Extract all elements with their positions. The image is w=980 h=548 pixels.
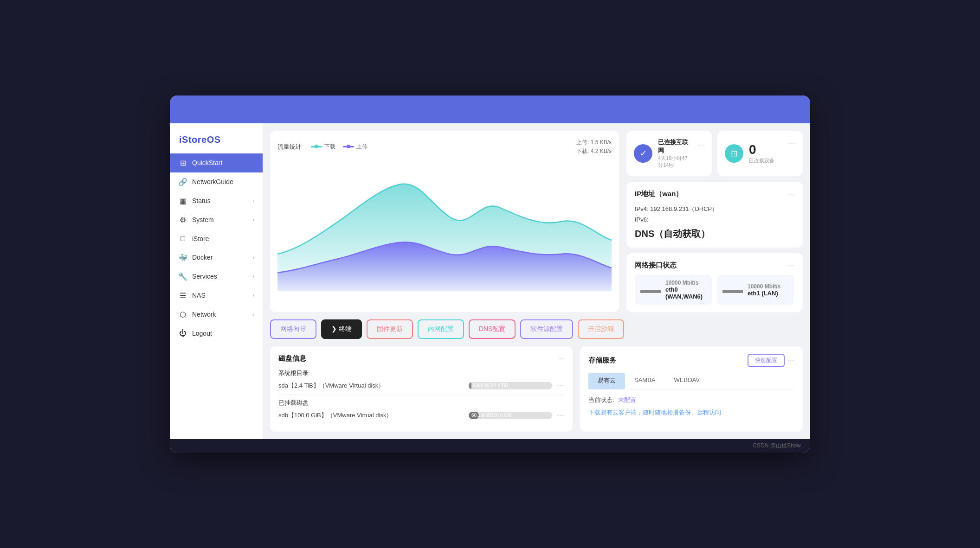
- disk-sda-fill: 259.8 MiB/2.4 TiB: [469, 382, 471, 389]
- disk-divider: [278, 395, 564, 395]
- sidebar-logo: iStoreOS: [170, 128, 263, 153]
- chart-stats: 上传: 1.5 KB/s 下载: 4.2 KB/s: [576, 138, 612, 156]
- sidebar-icon-nas: ☰: [178, 291, 187, 300]
- storage-desc: 下载易有云客户端，随时随地相册备份、远程访问: [588, 408, 794, 418]
- sidebar-label-system: System: [192, 216, 214, 223]
- disk-sdb-more[interactable]: ⋯: [557, 411, 564, 420]
- terminal-button[interactable]: ❯ 终端: [321, 319, 362, 339]
- chevron-icon: ›: [252, 274, 254, 279]
- sidebar-item-nas[interactable]: ☰ NAS ›: [170, 286, 263, 305]
- sidebar-label-quickstart: QuickStart: [192, 159, 222, 166]
- devices-more[interactable]: ···: [788, 138, 795, 148]
- connected-text: 已连接互联网 4天19小时47分14秒: [658, 138, 692, 169]
- firmware-button[interactable]: 固件更新: [367, 319, 413, 339]
- ip-info-header: IP地址（wan） ···: [635, 189, 794, 199]
- lan-config-button[interactable]: 内网配置: [418, 319, 464, 339]
- sidebar-item-logout[interactable]: ⏻ Logout: [170, 324, 263, 343]
- eth0-icon: ▬▬: [640, 284, 661, 296]
- sidebar-icon-logout: ⏻: [178, 329, 187, 338]
- chart-card: 流量统计 下载: [270, 131, 619, 312]
- source-config-button[interactable]: 软件源配置: [520, 319, 573, 339]
- devices-card: ⊡ 0 已连接设备 ···: [717, 131, 803, 176]
- sidebar-icon-system: ⚙: [178, 216, 187, 224]
- storage-header: 存储服务 快速配置 ···: [588, 354, 794, 367]
- sidebar-item-network[interactable]: ⬡ Network ›: [170, 305, 263, 324]
- eth1-card: ▬▬ 10000 Mbit/s eth1 (LAN): [717, 275, 794, 305]
- sidebar-label-services: Services: [192, 273, 217, 280]
- sidebar-icon-networkguide: 🔗: [178, 178, 187, 186]
- sidebar-label-logout: Logout: [192, 330, 212, 337]
- dns-config-button[interactable]: DNS配置: [469, 319, 516, 339]
- storage-status-row: 当前状态: 未配置: [588, 396, 794, 404]
- disk-more[interactable]: ···: [557, 354, 564, 363]
- storage-card: 存储服务 快速配置 ··· 易有云SAMBAWEBDAV 当前状态: 未配置 下…: [580, 346, 803, 432]
- ip-info-card: IP地址（wan） ··· IPv4: 192.168.9.231（DHCP） …: [626, 182, 803, 248]
- sandbox-button[interactable]: 开启沙箱: [578, 319, 624, 339]
- disk-sdb-fill: 60.1 MiB/100.0 GiB: [469, 412, 479, 419]
- disk-sda-more[interactable]: ⋯: [557, 381, 564, 390]
- eth1-icon: ▬▬: [722, 284, 743, 296]
- chart-legend: 下载 上传: [311, 143, 368, 151]
- sidebar-icon-status: ▦: [178, 197, 187, 205]
- ipv6-line: IPv6:: [635, 214, 794, 225]
- ip-info-more[interactable]: ···: [787, 189, 794, 199]
- chevron-icon: ›: [252, 293, 254, 298]
- disk-sda-bar: 259.8 MiB/2.4 TiB: [469, 382, 552, 389]
- network-interface-header: 网络接口状态 ···: [635, 261, 794, 270]
- dns-title: DNS（自动获取）: [635, 228, 794, 240]
- sidebar-icon-quickstart: ⊞: [178, 159, 187, 167]
- storage-tab-samba[interactable]: SAMBA: [625, 373, 665, 389]
- chevron-icon: ›: [252, 312, 254, 317]
- quick-config-button[interactable]: 快速配置: [748, 354, 785, 367]
- action-buttons-row: 网络向导❯ 终端固件更新内网配置DNS配置软件源配置开启沙箱: [270, 319, 803, 339]
- network-interface-more[interactable]: ···: [787, 261, 794, 270]
- sidebar-label-network: Network: [192, 311, 216, 318]
- sidebar-icon-istore: □: [178, 235, 187, 243]
- storage-tab-webdav[interactable]: WEBDAV: [665, 373, 709, 389]
- sidebar-label-status: Status: [192, 197, 211, 204]
- chevron-icon: ›: [252, 217, 254, 223]
- storage-tab-yiyiyun[interactable]: 易有云: [588, 373, 625, 389]
- storage-more[interactable]: ···: [787, 356, 794, 365]
- sidebar-label-networkguide: NetworkGuide: [192, 178, 233, 185]
- sidebar-label-docker: Docker: [192, 254, 213, 261]
- sidebar-label-nas: NAS: [192, 292, 206, 299]
- sidebar-label-istore: iStore: [192, 235, 209, 242]
- ipv4-line: IPv4: 192.168.9.231（DHCP）: [635, 204, 794, 214]
- sidebar-item-quickstart[interactable]: ⊞ QuickStart: [170, 153, 263, 172]
- chevron-icon: ›: [252, 255, 254, 260]
- footer-bar: CSDN @山楂Show: [170, 439, 810, 452]
- chevron-icon: ›: [252, 198, 254, 204]
- traffic-chart: [277, 161, 612, 291]
- disk-sdb-bar: 60.1 MiB/100.0 GiB: [469, 412, 552, 419]
- sidebar-icon-network: ⬡: [178, 310, 187, 319]
- network-guide-button[interactable]: 网络向导: [270, 319, 316, 339]
- sidebar-icon-docker: 🐳: [178, 253, 187, 262]
- main-content: 流量统计 下载: [263, 123, 810, 440]
- eth0-text: 10000 Mbit/s eth0 (WAN,WAN6): [665, 280, 707, 300]
- sidebar-item-docker[interactable]: 🐳 Docker ›: [170, 248, 263, 267]
- sidebar-item-istore[interactable]: □ iStore: [170, 229, 263, 248]
- chart-title: 流量统计: [277, 143, 302, 151]
- disk-card-header: 磁盘信息 ···: [278, 354, 564, 363]
- eth1-text: 10000 Mbit/s eth1 (LAN): [748, 283, 780, 297]
- connected-icon: ✓: [634, 144, 652, 163]
- disk-root-section: 系统根目录: [278, 369, 564, 377]
- sidebar: iStoreOS ⊞ QuickStart 🔗 NetworkGuide ▦ S…: [170, 123, 263, 440]
- legend-upload: 上传: [343, 143, 368, 151]
- top-row: 流量统计 下载: [270, 131, 803, 312]
- sidebar-item-services[interactable]: 🔧 Services ›: [170, 267, 263, 286]
- connected-card: ✓ 已连接互联网 4天19小时47分14秒 ...: [626, 131, 712, 176]
- sidebar-item-system[interactable]: ⚙ System ›: [170, 210, 263, 229]
- devices-text: 0 已连接设备: [749, 142, 774, 164]
- sidebar-item-networkguide[interactable]: 🔗 NetworkGuide: [170, 172, 263, 191]
- sidebar-icon-services: 🔧: [178, 272, 187, 281]
- disk-mounted-section: 已挂载磁盘: [278, 399, 564, 407]
- sidebar-item-status[interactable]: ▦ Status ›: [170, 191, 263, 210]
- connected-more[interactable]: ...: [697, 138, 704, 148]
- eth0-card: ▬▬ 10000 Mbit/s eth0 (WAN,WAN6): [635, 275, 712, 305]
- bottom-row: 磁盘信息 ··· 系统根目录 sda【2.4 TiB】（VMware Virtu…: [270, 346, 803, 432]
- chart-header: 流量统计 下载: [277, 138, 612, 156]
- footer-watermark: CSDN @山楂Show: [753, 442, 801, 449]
- storage-tabs: 易有云SAMBAWEBDAV: [588, 373, 794, 389]
